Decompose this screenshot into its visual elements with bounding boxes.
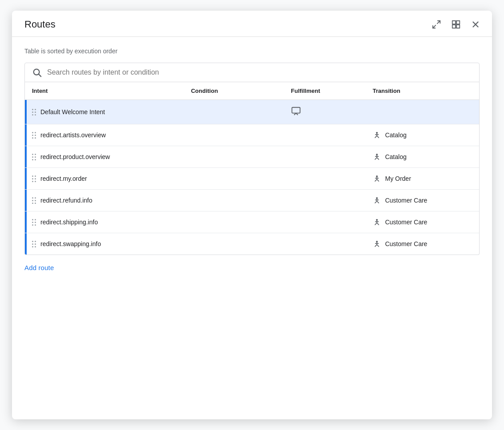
table-row[interactable]: redirect.swapping.info Customer Care bbox=[25, 233, 479, 255]
fulfillment-cell bbox=[284, 211, 366, 233]
table-row[interactable]: redirect.artists.overview Catalog bbox=[25, 124, 479, 146]
row-indicator-bar bbox=[25, 124, 27, 146]
dialog-title: Routes bbox=[24, 19, 56, 30]
drag-handle[interactable] bbox=[32, 154, 36, 160]
col-header-intent: Intent bbox=[25, 82, 184, 100]
drag-dot bbox=[35, 154, 36, 155]
transition-page-icon bbox=[372, 131, 381, 139]
search-input[interactable] bbox=[47, 68, 472, 76]
drag-handle[interactable] bbox=[32, 241, 36, 247]
intent-text: redirect.my.order bbox=[40, 175, 87, 182]
transition-label: Customer Care bbox=[385, 219, 427, 226]
drag-handle[interactable] bbox=[32, 132, 36, 139]
drag-dot bbox=[32, 224, 33, 226]
drag-dot bbox=[35, 111, 36, 113]
drag-handle[interactable] bbox=[32, 175, 36, 182]
drag-handle[interactable] bbox=[32, 219, 36, 226]
search-bar bbox=[24, 63, 480, 82]
drag-dot bbox=[32, 135, 33, 136]
drag-dot bbox=[32, 175, 33, 177]
svg-rect-3 bbox=[456, 21, 460, 24]
drag-handle[interactable] bbox=[32, 197, 36, 204]
drag-handle[interactable] bbox=[32, 109, 36, 115]
svg-line-28 bbox=[375, 201, 377, 203]
drag-dot bbox=[32, 178, 33, 179]
drag-dot bbox=[32, 156, 33, 158]
drag-dot bbox=[35, 224, 36, 226]
svg-line-29 bbox=[377, 201, 379, 203]
condition-cell bbox=[184, 233, 284, 255]
svg-line-1 bbox=[433, 25, 436, 28]
svg-rect-4 bbox=[452, 25, 456, 28]
transition-cell bbox=[365, 100, 479, 124]
table-row[interactable]: redirect.shipping.info Customer Care bbox=[25, 211, 479, 233]
drag-dot bbox=[32, 241, 33, 242]
add-route-button[interactable]: Add route bbox=[24, 255, 480, 282]
transition-label: Catalog bbox=[385, 153, 406, 160]
transition-page-icon bbox=[372, 152, 381, 161]
tile-button[interactable] bbox=[450, 19, 462, 30]
routes-dialog: Routes bbox=[12, 11, 492, 419]
drag-dot bbox=[35, 222, 36, 223]
svg-rect-5 bbox=[456, 25, 460, 28]
table-row[interactable]: redirect.product.overview Catalog bbox=[25, 146, 479, 168]
condition-cell bbox=[184, 190, 284, 211]
fulfillment-cell bbox=[284, 124, 366, 146]
tile-icon bbox=[451, 20, 461, 29]
drag-dot bbox=[35, 243, 36, 245]
search-icon bbox=[32, 68, 42, 77]
table-container: Intent Condition Fulfillment Transition bbox=[24, 82, 480, 255]
drag-dot bbox=[32, 197, 33, 199]
drag-dot bbox=[35, 246, 36, 247]
transition-label: Customer Care bbox=[385, 197, 427, 204]
fulfillment-message-icon bbox=[291, 106, 301, 116]
drag-dot bbox=[32, 181, 33, 182]
transition-label: My Order bbox=[385, 175, 411, 182]
fulfillment-cell bbox=[284, 100, 366, 124]
intent-text: redirect.shipping.info bbox=[40, 219, 98, 226]
drag-dot bbox=[32, 200, 33, 201]
close-button[interactable] bbox=[470, 19, 481, 30]
transition-cell: Customer Care bbox=[365, 190, 479, 211]
row-indicator-bar bbox=[25, 233, 27, 255]
table-header-row: Intent Condition Fulfillment Transition bbox=[25, 82, 479, 100]
drag-dot bbox=[32, 137, 33, 139]
drag-dot bbox=[32, 159, 33, 160]
drag-dot bbox=[32, 203, 33, 204]
intent-cell: redirect.refund.info bbox=[25, 190, 184, 211]
transition-cell: Catalog bbox=[365, 146, 479, 168]
drag-dot bbox=[35, 181, 36, 182]
table-row[interactable]: redirect.my.order My Order bbox=[25, 168, 479, 190]
transition-page-icon bbox=[372, 218, 381, 227]
svg-line-23 bbox=[375, 179, 377, 181]
header-icons bbox=[431, 19, 481, 30]
transition-cell: My Order bbox=[365, 168, 479, 190]
expand-button[interactable] bbox=[431, 19, 442, 30]
transition-cell: Customer Care bbox=[365, 233, 479, 255]
drag-dot bbox=[32, 154, 33, 155]
fulfillment-cell bbox=[284, 168, 366, 190]
row-indicator-bar bbox=[25, 211, 27, 233]
drag-dot bbox=[32, 111, 33, 113]
drag-dot bbox=[35, 132, 36, 133]
fulfillment-cell bbox=[284, 146, 366, 168]
drag-dot bbox=[35, 159, 36, 160]
table-row[interactable]: redirect.refund.info Customer Care bbox=[25, 190, 479, 211]
expand-icon bbox=[432, 20, 441, 29]
drag-dot bbox=[35, 135, 36, 136]
svg-line-24 bbox=[377, 179, 379, 181]
intent-cell: redirect.swapping.info bbox=[25, 233, 184, 255]
intent-text: redirect.refund.info bbox=[40, 197, 92, 204]
drag-dot bbox=[32, 114, 33, 115]
intent-cell: Default Welcome Intent bbox=[25, 100, 184, 124]
sort-label: Table is sorted by execution order bbox=[24, 48, 480, 55]
intent-text: redirect.product.overview bbox=[40, 153, 110, 160]
drag-dot bbox=[35, 178, 36, 179]
row-indicator-bar bbox=[25, 100, 27, 124]
drag-dot bbox=[35, 109, 36, 110]
table-row[interactable]: Default Welcome Intent bbox=[25, 100, 479, 124]
condition-cell bbox=[184, 211, 284, 233]
drag-dot bbox=[35, 175, 36, 177]
drag-dot bbox=[35, 200, 36, 201]
drag-dot bbox=[32, 132, 33, 133]
